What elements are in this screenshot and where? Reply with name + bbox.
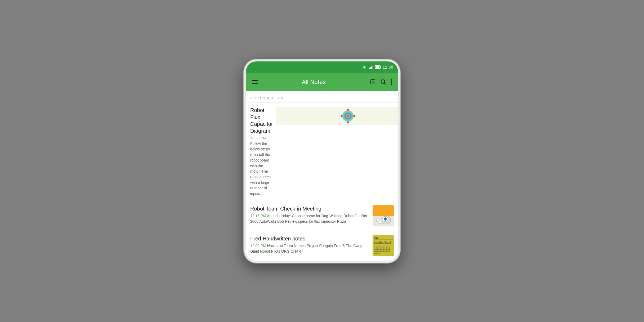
- svg-text:Me: Me: [381, 242, 383, 243]
- signal-icon: [369, 65, 373, 69]
- note-text-1: Robot Flux Capacitor Diagram 12:20 PM Fo…: [250, 107, 273, 196]
- sync-button[interactable]: [368, 77, 378, 87]
- svg-point-8: [391, 79, 392, 80]
- svg-point-9: [391, 81, 392, 83]
- note-time-2: 12:15 PM: [250, 214, 266, 218]
- section-label: SEPTEMBER 2016: [250, 96, 283, 100]
- handwritten-thumb: FRED Linda Me New Guy: [373, 235, 394, 256]
- app-bar-actions: [368, 77, 394, 87]
- svg-text:Linda: Linda: [375, 242, 379, 243]
- phone-shell: 12:30 All Notes: [244, 59, 400, 263]
- note-item-1[interactable]: Robot Flux Capacitor Diagram 12:20 PM Fo…: [246, 102, 398, 201]
- svg-rect-25: [373, 205, 394, 216]
- note-thumb-1: [276, 107, 398, 125]
- svg-point-0: [364, 68, 365, 69]
- note-preview-1: 12:20 PM Follow the below steps to insta…: [250, 135, 273, 196]
- note-title-2: Robot Team Check-in Meeting: [250, 205, 369, 212]
- circuit-diagram-thumb: [339, 107, 357, 125]
- svg-text:MINUTES: MINUTES: [374, 252, 380, 254]
- note-preview-text-3: Hackaton Team Names Project Penguin Fred…: [250, 244, 363, 253]
- svg-point-23: [341, 115, 342, 117]
- note-time-1: 12:20 PM: [250, 136, 266, 140]
- svg-point-33: [377, 219, 378, 220]
- note-thumb-3: FRED Linda Me New Guy: [373, 235, 394, 256]
- svg-rect-16: [347, 115, 349, 117]
- svg-point-10: [391, 83, 392, 85]
- svg-rect-1: [369, 68, 370, 69]
- search-button[interactable]: [379, 78, 388, 87]
- content: SEPTEMBER 2016 Robot Flux Capacitor Diag…: [246, 91, 398, 261]
- battery-icon: [375, 65, 381, 69]
- phone-screen: 12:30 All Notes: [246, 61, 398, 261]
- note-text-3: Fred Handwritten notes 12:00 PM Hackaton…: [250, 235, 369, 256]
- more-button[interactable]: [389, 78, 394, 87]
- app-bar: All Notes: [246, 73, 398, 91]
- app-bar-title: All Notes: [262, 79, 365, 86]
- svg-point-22: [347, 121, 349, 123]
- note-title-1: Robot Flux Capacitor Diagram: [250, 107, 273, 134]
- svg-text:New Guy: New Guy: [386, 242, 391, 244]
- svg-rect-2: [370, 67, 371, 69]
- hamburger-line-1: [252, 80, 258, 81]
- menu-button[interactable]: [250, 79, 259, 86]
- note-preview-text-2: Agenda today: Choose name for Dog-Walkin…: [250, 214, 367, 223]
- svg-text:FRED: FRED: [374, 237, 378, 239]
- note-time-3: 12:00 PM: [250, 244, 266, 248]
- more-icon: [391, 79, 392, 85]
- svg-point-30: [384, 218, 386, 220]
- sync-icon: [370, 79, 376, 85]
- note-thumb-2: [373, 205, 394, 226]
- note-preview-text-1: Follow the below steps to install the ro…: [250, 141, 271, 196]
- status-time: 12:30: [383, 65, 393, 69]
- note-text-2: Robot Team Check-in Meeting 12:15 PM Age…: [250, 205, 369, 226]
- svg-point-21: [347, 109, 349, 110]
- status-bar: 12:30: [246, 61, 398, 73]
- hamburger-line-2: [252, 82, 258, 82]
- svg-rect-5: [371, 80, 375, 84]
- svg-point-24: [353, 115, 355, 117]
- svg-line-7: [384, 83, 386, 84]
- hamburger-line-3: [252, 83, 258, 84]
- svg-rect-4: [372, 66, 373, 69]
- note-item-2[interactable]: Robot Team Check-in Meeting 12:15 PM Age…: [246, 201, 398, 231]
- search-icon: [381, 79, 386, 85]
- svg-rect-3: [371, 66, 372, 69]
- section-header: SEPTEMBER 2016: [246, 91, 398, 102]
- note-item-3[interactable]: Fred Handwritten notes 12:00 PM Hackaton…: [246, 231, 398, 261]
- note-preview-2: 12:15 PM Agenda today: Choose name for D…: [250, 213, 369, 224]
- robot-sketch: [373, 205, 394, 226]
- wifi-icon: [362, 65, 367, 69]
- note-preview-3: 12:00 PM Hackaton Team Names Project Pen…: [250, 243, 369, 254]
- status-icons: 12:30: [362, 65, 393, 69]
- note-title-3: Fred Handwritten notes: [250, 235, 369, 242]
